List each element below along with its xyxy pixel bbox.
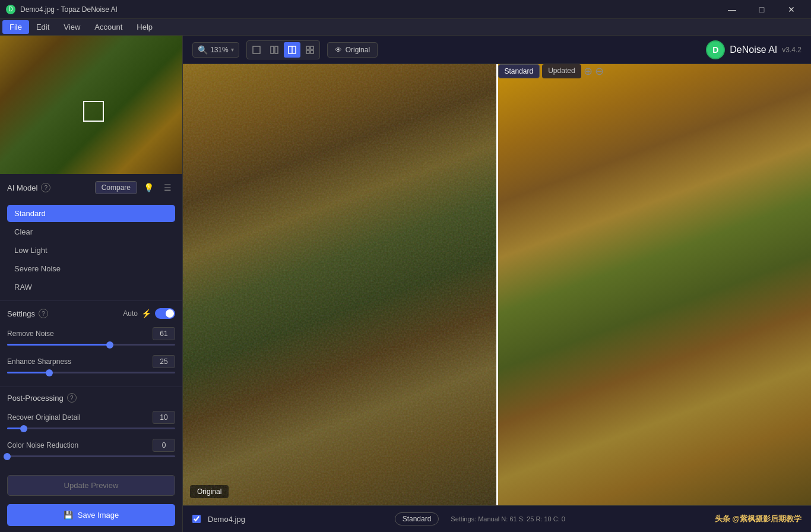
model-list: Standard Clear Low Light Severe Noise RA… [0, 205, 182, 296]
model-low-light[interactable]: Low Light [7, 242, 175, 259]
save-image-button[interactable]: 💾 Save Image [7, 504, 175, 526]
enhance-sharpness-fill [7, 372, 49, 373]
updated-label[interactable]: Updated [542, 64, 581, 78]
svg-rect-8 [311, 50, 313, 53]
watermark-text: 头条 @紫枫摄影后期教学 [715, 514, 802, 524]
menu-file[interactable]: File [2, 20, 29, 34]
titlebar: D Demo4.jpg - Topaz DeNoise AI — □ ✕ [0, 0, 811, 19]
model-clear[interactable]: Clear [7, 223, 175, 240]
ai-model-section: AI Model ? Compare 💡 ☰ [0, 174, 182, 205]
compare-button[interactable]: Compare [95, 181, 137, 194]
settings-help-icon[interactable]: ? [39, 309, 48, 318]
settings-header: Settings ? Auto ⚡ [7, 308, 175, 319]
auto-toggle[interactable] [155, 308, 175, 319]
eye-icon: 👁 [335, 46, 342, 54]
enhance-sharpness-header: Enhance Sharpness 25 [7, 355, 175, 368]
thumbs-down-icon[interactable]: ⊖ [595, 65, 604, 78]
thumbnail-area [0, 36, 182, 174]
color-noise-thumb[interactable] [4, 453, 11, 460]
original-image: Original [183, 64, 498, 505]
thumbnail-selector[interactable] [83, 101, 104, 122]
thumbs-up-icon[interactable]: ⊕ [584, 65, 593, 78]
model-severe-noise[interactable]: Severe Noise [7, 260, 175, 277]
minimize-button[interactable]: — [718, 0, 746, 19]
recover-detail-track[interactable] [7, 428, 175, 429]
update-preview-button[interactable]: Update Preview [7, 475, 175, 496]
enhance-sharpness-label: Enhance Sharpness [7, 357, 71, 366]
enhance-sharpness-track[interactable] [7, 372, 175, 373]
original-label: Original [346, 46, 370, 54]
color-noise-label: Color Noise Reduction [7, 441, 78, 449]
recover-detail-thumb[interactable] [20, 425, 27, 432]
recover-detail-group: Recover Original Detail 10 [7, 411, 175, 429]
lightbulb-icon[interactable]: 💡 [141, 180, 156, 195]
main-layout: AI Model ? Compare 💡 ☰ Standard Clear Lo… [0, 36, 811, 532]
post-processing-help-icon[interactable]: ? [67, 393, 77, 403]
svg-rect-2 [275, 46, 278, 53]
toggle-knob [166, 309, 174, 318]
svg-rect-7 [306, 50, 309, 53]
list-icon[interactable]: ☰ [160, 180, 175, 195]
bolt-icon: ⚡ [141, 309, 151, 318]
ai-model-help-icon[interactable]: ? [41, 183, 50, 192]
svg-rect-0 [253, 46, 260, 53]
svg-rect-5 [306, 46, 309, 49]
right-labels: Standard Updated ⊕ ⊖ [498, 64, 812, 78]
file-checkbox[interactable] [192, 515, 201, 523]
view-grid-button[interactable] [302, 42, 318, 58]
settings-label: Settings ? [7, 309, 48, 318]
save-image-label: Save Image [78, 511, 119, 520]
standard-label[interactable]: Standard [498, 64, 540, 78]
original-button[interactable]: 👁 Original [327, 42, 378, 58]
model-raw[interactable]: RAW [7, 278, 175, 296]
color-noise-track[interactable] [7, 455, 175, 457]
color-noise-header: Color Noise Reduction 0 [7, 439, 175, 452]
settings-auto: Auto ⚡ [123, 308, 175, 319]
view-split-v-button[interactable] [266, 42, 283, 58]
menu-account[interactable]: Account [87, 20, 129, 34]
bottom-bar: Demo4.jpg Standard Settings: Manual N: 6… [183, 505, 811, 532]
menu-help[interactable]: Help [129, 20, 160, 34]
image-comparison-area: Original Standard Updated ⊕ ⊖ [183, 64, 811, 505]
remove-noise-thumb[interactable] [106, 341, 113, 349]
save-icon: 💾 [64, 511, 73, 520]
recover-detail-value[interactable]: 10 [153, 411, 175, 424]
main-panel: 🔍 131% ▾ 👁 Original [183, 36, 811, 532]
remove-noise-value[interactable]: 61 [153, 327, 175, 340]
color-noise-value[interactable]: 0 [153, 439, 175, 452]
original-image-label: Original [190, 485, 229, 498]
remove-noise-label: Remove Noise [7, 330, 54, 338]
denoise-logo: D DeNoise AI v3.4.2 [706, 40, 802, 59]
processed-image: Standard Updated ⊕ ⊖ [498, 64, 812, 505]
view-single-button[interactable] [248, 42, 265, 58]
settings-info: Settings: Manual N: 61 S: 25 R: 10 C: 0 [451, 515, 565, 522]
model-standard[interactable]: Standard [7, 205, 175, 222]
view-button-group [246, 40, 320, 59]
ai-model-header: AI Model ? Compare 💡 ☰ [7, 180, 175, 195]
auto-label: Auto [123, 309, 138, 318]
feedback-icons: ⊕ ⊖ [584, 64, 604, 78]
toolbar: 🔍 131% ▾ 👁 Original [183, 36, 811, 64]
window-controls: — □ ✕ [718, 0, 805, 19]
remove-noise-fill [7, 344, 110, 346]
menu-edit[interactable]: Edit [29, 20, 56, 34]
close-button[interactable]: ✕ [778, 0, 805, 19]
maximize-button[interactable]: □ [748, 0, 775, 19]
model-badge[interactable]: Standard [395, 512, 439, 525]
zoom-control[interactable]: 🔍 131% ▾ [192, 42, 239, 58]
menu-view[interactable]: View [56, 20, 87, 34]
logo-version: v3.4.2 [782, 46, 802, 54]
zoom-value: 131% [210, 46, 229, 54]
recover-detail-header: Recover Original Detail 10 [7, 411, 175, 424]
left-panel: AI Model ? Compare 💡 ☰ Standard Clear Lo… [0, 36, 183, 532]
enhance-sharpness-value[interactable]: 25 [153, 355, 175, 368]
enhance-sharpness-thumb[interactable] [46, 369, 53, 376]
enhance-sharpness-group: Enhance Sharpness 25 [7, 355, 175, 373]
svg-rect-6 [311, 46, 313, 49]
view-split-h-button[interactable] [284, 42, 300, 58]
color-noise-group: Color Noise Reduction 0 [7, 439, 175, 457]
ai-model-label: AI Model [7, 183, 37, 192]
remove-noise-group: Remove Noise 61 [7, 327, 175, 346]
logo-icon: D [706, 40, 725, 59]
remove-noise-track[interactable] [7, 344, 175, 346]
